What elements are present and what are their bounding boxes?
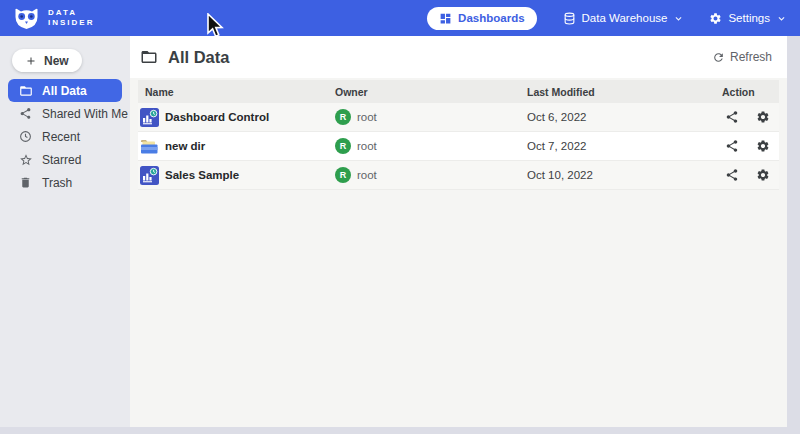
owner-name: root [357, 169, 377, 181]
topbar: DATA INSIDER Dashboards Data [0, 0, 800, 36]
share-icon [18, 107, 33, 120]
sidebar-item-label: Shared With Me [42, 107, 128, 121]
sidebar-item-shared-with-me[interactable]: Shared With Me [8, 102, 122, 125]
chevron-down-icon [674, 14, 683, 23]
row-settings-button[interactable] [756, 139, 770, 153]
plus-icon [25, 55, 37, 67]
action-cell [722, 139, 779, 153]
owner-cell: R root [335, 109, 527, 125]
column-header-name: Name [138, 86, 335, 98]
share-button[interactable] [725, 110, 739, 124]
sidebar-item-trash[interactable]: Trash [8, 171, 122, 194]
refresh-button[interactable]: Refresh [712, 50, 772, 64]
share-button[interactable] [725, 168, 739, 182]
table-body: Dashboard Control R root Oct 6, 2022 [138, 103, 779, 190]
sidebar-item-starred[interactable]: Starred [8, 148, 122, 171]
owner-cell: R root [335, 167, 527, 183]
table-row[interactable]: Dashboard Control R root Oct 6, 2022 [138, 103, 779, 132]
last-modified: Oct 7, 2022 [527, 140, 722, 152]
brand-name: DATA INSIDER [48, 8, 94, 28]
name-cell: Sales Sample [138, 166, 335, 185]
folder-file-icon [140, 138, 159, 155]
dashboard-file-icon [140, 108, 159, 127]
owl-logo-icon [13, 7, 40, 30]
file-name: Dashboard Control [165, 111, 269, 123]
dashboard-file-icon [140, 166, 159, 185]
star-icon [18, 153, 33, 167]
trash-icon [18, 176, 33, 189]
sidebar-item-label: Recent [42, 130, 80, 144]
refresh-label: Refresh [730, 50, 772, 64]
owner-cell: R root [335, 138, 527, 154]
owner-name: root [357, 111, 377, 123]
sidebar-item-label: Trash [42, 176, 72, 190]
owner-name: root [357, 140, 377, 152]
table-header: Name Owner Last Modified Action [138, 80, 779, 103]
sidebar: New All Data Shared With Me [0, 36, 130, 427]
sidebar-item-all-data[interactable]: All Data [8, 79, 122, 102]
gear-icon [709, 12, 722, 25]
folder-icon [140, 48, 158, 66]
file-name: new dir [165, 140, 205, 152]
name-cell: Dashboard Control [138, 108, 335, 127]
file-name: Sales Sample [165, 169, 239, 181]
main-content: All Data Refresh Name Owner Last Modifie… [130, 36, 787, 427]
brand[interactable]: DATA INSIDER [13, 7, 94, 30]
nav-data-warehouse[interactable]: Data Warehouse [563, 12, 684, 25]
clock-icon [18, 130, 33, 143]
new-button-label: New [44, 54, 69, 68]
nav-settings-label: Settings [728, 12, 770, 24]
brand-line2: INSIDER [48, 18, 94, 28]
column-header-action: Action [722, 86, 779, 98]
top-navigation: Dashboards Data Warehouse [427, 7, 786, 30]
sidebar-item-label: All Data [42, 84, 87, 98]
nav-dashboards-button[interactable]: Dashboards [427, 7, 536, 30]
owner-avatar: R [335, 109, 351, 125]
table-row[interactable]: Sales Sample R root Oct 10, 2022 [138, 161, 779, 190]
row-settings-button[interactable] [756, 110, 770, 124]
owner-avatar: R [335, 138, 351, 154]
sidebar-menu: All Data Shared With Me Recent [0, 79, 130, 194]
table-row[interactable]: new dir R root Oct 7, 2022 [138, 132, 779, 161]
owner-avatar: R [335, 167, 351, 183]
action-cell [722, 110, 779, 124]
name-cell: new dir [138, 138, 335, 155]
action-cell [722, 168, 779, 182]
last-modified: Oct 10, 2022 [527, 169, 722, 181]
sidebar-item-label: Starred [42, 153, 81, 167]
page-title: All Data [168, 48, 229, 67]
share-button[interactable] [725, 139, 739, 153]
refresh-icon [712, 51, 725, 64]
brand-line1: DATA [48, 8, 94, 18]
data-table: Name Owner Last Modified Action [138, 80, 779, 190]
app-body: New All Data Shared With Me [0, 36, 800, 427]
new-button[interactable]: New [12, 49, 82, 72]
database-icon [563, 12, 576, 25]
column-header-last-modified: Last Modified [527, 86, 722, 98]
sidebar-item-recent[interactable]: Recent [8, 125, 122, 148]
folder-icon [18, 84, 33, 98]
nav-dashboards-label: Dashboards [458, 12, 524, 24]
last-modified: Oct 6, 2022 [527, 111, 722, 123]
column-header-owner: Owner [335, 86, 527, 98]
dashboard-icon [439, 12, 452, 25]
nav-settings[interactable]: Settings [709, 12, 786, 25]
nav-data-warehouse-label: Data Warehouse [582, 12, 668, 24]
chevron-down-icon [777, 14, 786, 23]
app-window: DATA INSIDER Dashboards Data [0, 0, 800, 434]
row-settings-button[interactable] [756, 168, 770, 182]
content-header: All Data Refresh [130, 36, 787, 78]
